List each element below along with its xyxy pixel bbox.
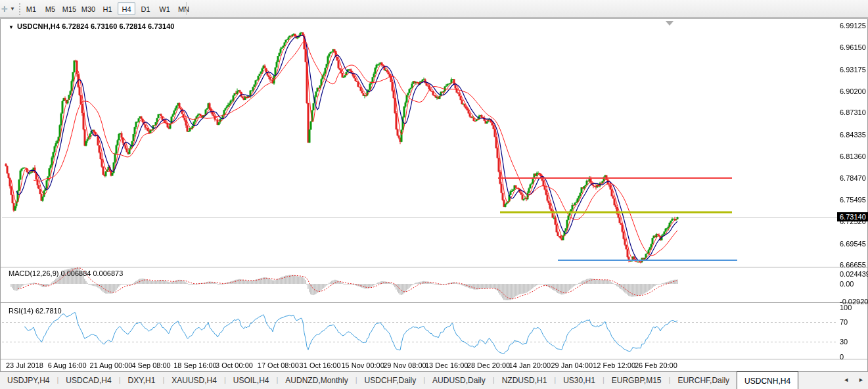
toolbar-dropdown-caret-icon[interactable]: ▼ <box>10 6 15 12</box>
price-axis-label: 6.84335 <box>840 131 866 139</box>
symbol-tab-US30[interactable]: US30,H1 <box>556 372 603 389</box>
symbol-tab-USOIL[interactable]: USOIL,H4 <box>226 372 277 389</box>
time-axis-label: 14 Jan 20:00 <box>509 361 551 369</box>
timeframe-button-H1[interactable]: H1 <box>99 2 116 15</box>
rsi-axis-label: 70 <box>840 318 848 326</box>
rsi-axis-label: 30 <box>840 338 848 346</box>
rsi-value: 62.7810 <box>35 307 62 315</box>
symbol-tab-AUDNZD[interactable]: AUDNZD,Monthly <box>278 372 355 389</box>
symbol-tab-NZDUSD[interactable]: NZDUSD,H1 <box>495 372 555 389</box>
timeframe-button-M1[interactable]: M1 <box>22 2 40 15</box>
macd-values: 0.006884 0.006873 <box>60 269 123 277</box>
price-axis-label: 6.93175 <box>840 66 866 74</box>
top-toolbar: ✛ ▼ M1M5M15M30H1H4D1W1MN <box>0 0 868 18</box>
price-axis-label: 6.78470 <box>840 174 866 182</box>
chart-title-symbol: USDCNH,H4 <box>17 22 60 30</box>
symbol-tab-USDCNH[interactable]: USDCNH,H4 <box>737 371 798 389</box>
chart-title-ohlc: 6.72824 6.73160 6.72814 6.73140 <box>62 22 174 30</box>
price-axis-label: 6.81360 <box>840 152 866 160</box>
time-axis-label: 6 Aug 16:00 <box>48 361 87 369</box>
rsi-axis-label: 0 <box>840 353 844 361</box>
macd-axis-label: 0.024439 <box>840 270 868 278</box>
timeframe-button-MN[interactable]: MN <box>175 2 193 15</box>
time-axis-label: 3 Oct 00:00 <box>216 361 253 369</box>
symbol-tab-USDJPY[interactable]: USDJPY,H4 <box>0 372 57 389</box>
symbol-tab-XAUUSD[interactable]: XAUUSD,H4 <box>164 372 224 389</box>
time-axis-label: 15 Nov 00:00 <box>341 361 384 369</box>
symbol-tab-USDCHF[interactable]: USDCHF,Daily <box>357 372 424 389</box>
time-axis-label: 28 Dec 20:00 <box>467 361 510 369</box>
timeframe-button-W1[interactable]: W1 <box>156 2 173 15</box>
symbol-tab-DXY[interactable]: DXY,H1 <box>121 372 163 389</box>
price-axis-label: 6.99125 <box>840 22 866 30</box>
time-axis-label: 13 Dec 16:00 <box>425 361 468 369</box>
time-axis-label: 4 Sep 08:00 <box>131 361 170 369</box>
macd-label: MACD(12,26,9) 0.006884 0.006873 <box>9 269 123 277</box>
price-axis-label: 6.96150 <box>840 43 866 51</box>
cursor-tool-icon[interactable]: ✛ <box>1 5 8 14</box>
chart-menu-caret-icon[interactable]: ▼ <box>9 24 14 30</box>
time-axis-label: 17 Oct 08:00 <box>258 361 299 369</box>
time-axis-label: 21 Aug 00:00 <box>90 361 133 369</box>
macd-axis-label: 0.00 <box>840 280 854 288</box>
rsi-label: RSI(14) 62.7810 <box>9 307 62 315</box>
tab-scroll-left-icon[interactable]: ◄ <box>843 377 849 383</box>
symbol-tab-AUDUSD[interactable]: AUDUSD,Daily <box>425 372 493 389</box>
price-axis-label: 6.66655 <box>840 261 866 269</box>
symbol-tab-EURGBP[interactable]: EURGBP,M15 <box>605 372 669 389</box>
price-axis-label: 6.90200 <box>840 87 866 95</box>
timeframe-button-M30[interactable]: M30 <box>80 2 97 15</box>
chart-window: ▼USDCNH,H4 6.72824 6.73160 6.72814 6.731… <box>0 18 868 371</box>
price-axis-label: 6.69545 <box>840 240 866 248</box>
timeframe-button-M5[interactable]: M5 <box>41 2 59 15</box>
panel-separator[interactable] <box>1 267 867 267</box>
current-price-tag: 6.73140 <box>837 212 868 221</box>
time-axis-label: 12 Feb 12:00 <box>593 361 635 369</box>
price-axis-label: 6.87310 <box>840 108 866 116</box>
symbol-tab-EURCHF[interactable]: EURCHF,Daily <box>670 372 737 389</box>
timeframe-button-M15[interactable]: M15 <box>60 2 78 15</box>
chart-title: ▼USDCNH,H4 6.72824 6.73160 6.72814 6.731… <box>9 22 175 30</box>
time-axis-label: 29 Jan 04:00 <box>551 361 593 369</box>
time-axis-label: 31 Oct 16:00 <box>300 361 341 369</box>
rsi-axis-label: 100 <box>840 304 852 311</box>
price-chart-canvas[interactable] <box>1 19 868 372</box>
tab-scroll-right-icon[interactable]: ► <box>858 377 864 383</box>
timeframe-button-H4[interactable]: H4 <box>118 2 135 15</box>
tab-scroll-buttons: ◄► <box>843 377 864 383</box>
time-axis-label: 23 Jul 2018 <box>6 361 43 369</box>
panel-separator[interactable] <box>1 302 867 303</box>
price-axis-label: 6.75495 <box>840 196 866 204</box>
time-axis-label: 26 Feb 20:00 <box>635 361 677 369</box>
timeframe-button-D1[interactable]: D1 <box>137 2 154 15</box>
toolbar-separator <box>186 2 187 15</box>
symbol-tab-bar: USDJPY,H4|USDCAD,H4|DXY,H1|XAUUSD,H4|USO… <box>0 371 868 389</box>
autoscroll-marker-icon <box>666 21 674 26</box>
time-axis-label: 29 Nov 08:00 <box>383 361 426 369</box>
symbol-tab-USDCAD[interactable]: USDCAD,H4 <box>58 372 118 389</box>
time-axis-label: 18 Sep 16:00 <box>173 361 216 369</box>
timeframe-button-group: M1M5M15M30H1H4D1W1MN <box>22 2 194 15</box>
time-axis-separator <box>1 359 867 359</box>
